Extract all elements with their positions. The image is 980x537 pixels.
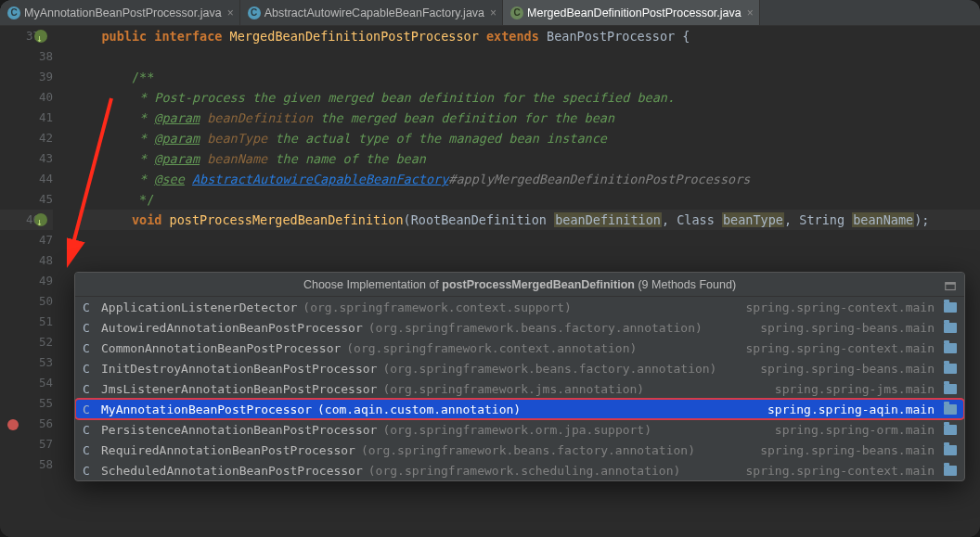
code-line-41[interactable]: * @param beanDefinition the merged bean … — [79, 108, 980, 128]
gutter-line-42: 42 — [0, 128, 53, 148]
gutter-line-51: 51 — [0, 312, 53, 332]
code-line-45[interactable]: */ — [79, 189, 980, 210]
gutter-line-43: 43 — [0, 148, 53, 169]
impl-package: (org.springframework.scheduling.annotati… — [368, 464, 681, 478]
gutter-line-47: 47 — [0, 230, 53, 250]
impl-package: (org.springframework.beans.factory.annot… — [382, 362, 716, 376]
code-line-48[interactable] — [79, 250, 980, 271]
editor-area[interactable]: 3738394041424344454647484950515253545556… — [0, 26, 980, 537]
tab-file-0[interactable]: C MyAnnotationBeanPostProcessor.java × — [0, 0, 240, 25]
impl-name: ScheduledAnnotationBeanPostProcessor — [101, 464, 363, 478]
gutter-line-49: 49 — [0, 271, 53, 291]
class-icon: C — [83, 403, 96, 416]
gutter-line-41: 41 — [0, 108, 53, 128]
impl-item-8[interactable]: CScheduledAnnotationBeanPostProcessor (o… — [75, 460, 964, 480]
impl-name: ApplicationListenerDetector — [101, 300, 297, 314]
tab-label: MyAnnotationBeanPostProcessor.java — [24, 6, 222, 19]
module-icon — [944, 323, 957, 333]
gutter-line-45: 45 — [0, 189, 53, 210]
gutter-line-39: 39 — [0, 67, 53, 87]
code-line-39[interactable]: /** — [79, 67, 980, 87]
module-icon — [944, 364, 957, 374]
code-line-44[interactable]: * @see AbstractAutowireCapableBeanFactor… — [79, 169, 980, 189]
class-icon: C — [83, 443, 96, 456]
impl-package: (org.springframework.beans.factory.annot… — [368, 321, 703, 335]
class-icon: C — [83, 464, 96, 477]
impl-item-0[interactable]: CApplicationListenerDetector (org.spring… — [75, 297, 964, 317]
impl-item-6[interactable]: CPersistenceAnnotationBeanPostProcessor … — [75, 419, 964, 440]
code-line-38[interactable] — [79, 46, 980, 67]
module-icon — [944, 466, 957, 476]
gutter-line-54: 54 — [0, 373, 53, 393]
gutter-line-46: 46 — [0, 210, 53, 230]
impl-module: spring.spring-orm.main — [775, 423, 935, 437]
gutter-line-38: 38 — [0, 46, 53, 67]
editor-tabbar: C MyAnnotationBeanPostProcessor.java × C… — [0, 0, 980, 26]
class-icon: C — [83, 300, 96, 313]
class-icon: C — [248, 6, 261, 19]
gutter-line-37: 37 — [0, 26, 53, 46]
tab-label: MergedBeanDefinitionPostProcessor.java — [527, 6, 741, 19]
impl-item-2[interactable]: CCommonAnnotationBeanPostProcessor (org.… — [75, 338, 964, 358]
popup-title-method: postProcessMergedBeanDefinition — [442, 278, 635, 291]
close-icon[interactable]: × — [747, 6, 754, 19]
impl-name: AutowiredAnnotationBeanPostProcessor — [101, 321, 363, 335]
class-icon: C — [83, 423, 96, 436]
class-icon: C — [510, 6, 523, 19]
pin-icon[interactable] — [944, 277, 957, 301]
impl-package: (org.springframework.context.annotation) — [346, 341, 637, 355]
class-icon: C — [83, 321, 96, 334]
tab-file-1[interactable]: C AbstractAutowireCapableBeanFactory.jav… — [240, 0, 503, 25]
popup-title-prefix: Choose Implementation of — [303, 278, 442, 291]
ide-window: C MyAnnotationBeanPostProcessor.java × C… — [0, 0, 980, 537]
module-icon — [944, 404, 957, 415]
code-line-43[interactable]: * @param beanName the name of the bean — [79, 148, 980, 169]
gutter-line-56: 56 — [0, 414, 53, 434]
gutter-line-50: 50 — [0, 291, 53, 312]
impl-name: MyAnnotationBeanPostProcessor — [101, 403, 312, 416]
impl-module: spring.spring-beans.main — [760, 443, 935, 457]
gutter-line-58: 58 — [0, 454, 53, 475]
module-icon — [944, 384, 957, 394]
tab-label: AbstractAutowireCapableBeanFactory.java — [264, 6, 484, 19]
module-icon — [944, 445, 957, 455]
popup-list: CApplicationListenerDetector (org.spring… — [75, 297, 964, 480]
impl-name: RequiredAnnotationBeanPostProcessor — [101, 443, 355, 457]
impl-item-1[interactable]: CAutowiredAnnotationBeanPostProcessor (o… — [75, 317, 964, 338]
close-icon[interactable]: × — [490, 6, 496, 19]
impl-item-7[interactable]: CRequiredAnnotationBeanPostProcessor (or… — [75, 440, 964, 460]
impl-name: PersistenceAnnotationBeanPostProcessor — [101, 423, 377, 437]
gutter-line-40: 40 — [0, 87, 53, 108]
impl-name: CommonAnnotationBeanPostProcessor — [101, 341, 341, 355]
implementations-popup: Choose Implementation of postProcessMerg… — [74, 272, 965, 481]
impl-module: spring.spring-context.main — [746, 464, 935, 478]
code-line-46[interactable]: void postProcessMergedBeanDefinition(Roo… — [79, 210, 980, 230]
code-line-37[interactable]: public interface MergedBeanDefinitionPos… — [79, 26, 980, 46]
code-line-47[interactable] — [79, 230, 980, 250]
impl-package: (org.springframework.beans.factory.annot… — [361, 443, 695, 457]
code-line-42[interactable]: * @param beanType the actual type of the… — [79, 128, 980, 148]
class-icon: C — [83, 382, 96, 395]
gutter-line-53: 53 — [0, 352, 53, 373]
impl-item-4[interactable]: CJmsListenerAnnotationBeanPostProcessor … — [75, 378, 964, 399]
impl-module: spring.spring-aqin.main — [767, 403, 935, 416]
popup-title-suffix: (9 Methods Found) — [635, 278, 736, 291]
gutter-line-44: 44 — [0, 169, 53, 189]
code-line-40[interactable]: * Post-process the given merged bean def… — [79, 87, 980, 108]
gutter-line-48: 48 — [0, 250, 53, 271]
module-icon — [944, 343, 957, 353]
module-icon — [944, 302, 957, 313]
tab-file-2[interactable]: C MergedBeanDefinitionPostProcessor.java… — [503, 0, 760, 25]
impl-item-5[interactable]: CMyAnnotationBeanPostProcessor (com.aqin… — [75, 399, 964, 419]
gutter: 3738394041424344454647484950515253545556… — [0, 26, 79, 537]
impl-package: (org.springframework.context.support) — [303, 300, 572, 314]
impl-item-3[interactable]: CInitDestroyAnnotationBeanPostProcessor … — [75, 358, 964, 378]
gutter-line-55: 55 — [0, 393, 53, 414]
svg-rect-2 — [946, 283, 956, 285]
override-icon[interactable] — [34, 30, 47, 43]
override-icon[interactable] — [34, 213, 47, 226]
impl-package: (com.aqin.custom.annotation) — [317, 403, 521, 416]
close-icon[interactable]: × — [227, 6, 234, 19]
impl-module: spring.spring-jms.main — [775, 382, 935, 396]
gutter-line-52: 52 — [0, 332, 53, 352]
